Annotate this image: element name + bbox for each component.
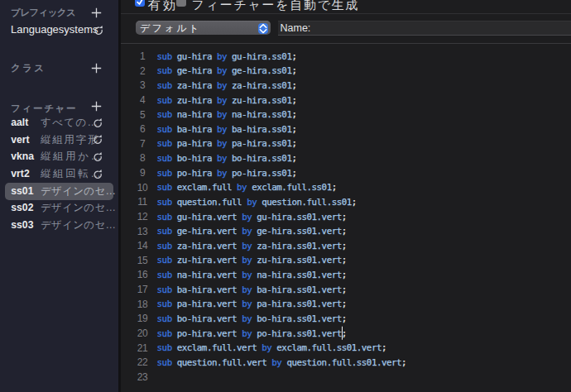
code-text: sub gu-hira by gu-hira.ss01;	[157, 50, 297, 61]
code-keyword: sub	[157, 182, 172, 193]
feature-list-item-vert[interactable]: vert 縦組用字形	[0, 131, 118, 148]
code-line[interactable]: 21 sub exclam.full.vert by exclam.full.s…	[121, 340, 571, 355]
code-identifier: question.full.vert	[172, 356, 272, 367]
refresh-languagesystems-icon[interactable]	[93, 25, 104, 36]
code-line[interactable]: 13 sub ge-hira.vert by ge-hira.ss01.vert…	[121, 223, 571, 238]
code-identifier: bo-hira.vert	[172, 313, 242, 323]
refresh-feature-icon[interactable]	[92, 134, 103, 146]
code-keyword: sub	[157, 240, 172, 251]
code-line[interactable]: 6 sub ba-hira by ba-hira.ss01;	[121, 122, 571, 136]
code-keyword: by	[242, 255, 252, 265]
code-identifier: po-hira	[172, 167, 217, 178]
code-identifier: ge-hira.ss01.vert	[252, 226, 342, 237]
code-semicolon: ;	[291, 50, 296, 61]
code-line[interactable]: 10 sub exclam.full by exclam.full.ss01;	[121, 180, 571, 195]
code-line[interactable]: 1 sub gu-hira by gu-hira.ss01;	[121, 49, 571, 64]
add-class-button[interactable]	[91, 63, 102, 74]
code-line[interactable]: 12 sub gu-hira.vert by gu-hira.ss01.vert…	[121, 209, 571, 224]
feature-list-item-ss02[interactable]: ss02 デザインのセ…	[0, 199, 118, 217]
code-identifier: po-hira.ss01	[227, 167, 291, 178]
sidebar-item-languagesystems[interactable]: Languagesystems	[11, 24, 98, 35]
refresh-feature-icon[interactable]	[92, 151, 103, 163]
feature-tag: ss02	[11, 202, 33, 213]
auto-generate-checkbox[interactable]	[176, 0, 186, 7]
code-line[interactable]: 7 sub pa-hira by pa-hira.ss01;	[121, 136, 571, 151]
code-line[interactable]: 8 sub bo-hira by bo-hira.ss01;	[121, 151, 571, 165]
code-text: sub na-hira.vert by na-hira.ss01.vert;	[157, 270, 347, 280]
feature-section-label: フィーチャー	[11, 104, 77, 113]
feature-tag: ss01	[11, 185, 33, 197]
code-line[interactable]: 20 sub po-hira.vert by po-hira.ss01.vert…	[121, 326, 571, 341]
code-semicolon: ;	[401, 356, 406, 367]
code-identifier: zu-hira.ss01	[227, 94, 291, 105]
code-line[interactable]: 3 sub za-hira by za-hira.ss01;	[121, 78, 571, 93]
code-line[interactable]: 4 sub zu-hira by zu-hira.ss01;	[121, 93, 571, 108]
code-line[interactable]: 15 sub zu-hira.vert by zu-hira.ss01.vert…	[121, 253, 571, 268]
main-panel: 有効 フィーチャーを自動で生成 デフォルト Name: 1 sub gu-hir…	[121, 0, 571, 392]
add-feature-button[interactable]	[91, 101, 102, 112]
code-keyword: sub	[157, 94, 172, 105]
feature-list-item-ss01[interactable]: ss01 デザインのセ…	[0, 182, 118, 199]
dropdown-stepper	[258, 23, 268, 34]
code-semicolon: ;	[342, 327, 347, 338]
code-keyword: sub	[157, 79, 172, 90]
enabled-checkbox-label[interactable]: 有効	[148, 0, 179, 13]
code-semicolon: ;	[291, 167, 296, 178]
feature-list-item-vkna[interactable]: vkna 縦組用か…	[0, 148, 118, 165]
code-line[interactable]: 16 sub na-hira.vert by na-hira.ss01.vert…	[121, 267, 571, 282]
code-semicolon: ;	[342, 270, 347, 280]
code-identifier: ge-hira.ss01	[227, 65, 291, 76]
feature-list-item-vrt2[interactable]: vrt2 縦組回転…	[0, 165, 118, 183]
code-identifier: exclam.full.ss01.vert	[271, 342, 381, 353]
code-semicolon: ;	[342, 284, 347, 294]
code-line[interactable]: 2 sub ge-hira by ge-hira.ss01;	[121, 64, 571, 79]
code-identifier: bo-hira.ss01.vert	[252, 313, 342, 323]
refresh-feature-icon[interactable]	[92, 117, 103, 129]
line-number: 23	[121, 371, 164, 383]
code-line[interactable]: 22 sub question.full.vert by question.fu…	[121, 355, 571, 370]
name-field[interactable]: Name:	[278, 21, 571, 36]
feature-list-item-ss03[interactable]: ss03 デザインのセ…	[0, 217, 118, 234]
code-identifier: na-hira.vert	[172, 270, 242, 280]
code-text: sub po-hira by po-hira.ss01;	[157, 167, 297, 178]
code-identifier: po-hira.vert	[172, 327, 242, 338]
code-identifier: za-hira.ss01	[227, 79, 291, 90]
code-text: sub gu-hira.vert by gu-hira.ss01.vert;	[157, 211, 347, 222]
code-keyword: by	[242, 270, 252, 280]
code-line[interactable]: 9 sub po-hira by po-hira.ss01;	[121, 165, 571, 180]
feature-list-item-aalt[interactable]: aalt すべての…	[0, 114, 118, 131]
code-semicolon: ;	[291, 123, 296, 134]
add-prefix-button[interactable]	[91, 7, 102, 18]
code-text: sub ba-hira.vert by ba-hira.ss01.vert;	[157, 284, 347, 294]
code-identifier: exclam.full.ss01	[247, 182, 332, 193]
code-keyword: sub	[157, 50, 172, 61]
code-identifier: na-hira.ss01.vert	[252, 270, 342, 280]
code-identifier: po-hira.ss01.vert	[252, 327, 342, 338]
code-text: sub pa-hira.vert by pa-hira.ss01.vert;	[157, 299, 347, 309]
feature-code-editor[interactable]: 1 sub gu-hira by gu-hira.ss01; 2 sub ge-…	[121, 44, 571, 392]
code-keyword: sub	[157, 138, 172, 149]
code-line[interactable]: 17 sub ba-hira.vert by ba-hira.ss01.vert…	[121, 282, 571, 297]
enabled-checkbox[interactable]	[135, 0, 145, 7]
code-keyword: sub	[157, 327, 172, 338]
code-keyword: sub	[157, 109, 172, 120]
refresh-feature-icon[interactable]	[92, 169, 103, 180]
code-keyword: by	[217, 65, 227, 76]
variant-dropdown[interactable]: デフォルト	[136, 21, 271, 35]
code-line[interactable]: 23	[121, 370, 571, 385]
code-line[interactable]: 11 sub question.full by question.full.ss…	[121, 194, 571, 209]
code-semicolon: ;	[342, 313, 347, 323]
code-line[interactable]: 18 sub pa-hira.vert by pa-hira.ss01.vert…	[121, 297, 571, 312]
code-identifier: na-hira.ss01	[227, 109, 291, 120]
code-text: sub exclam.full.vert by exclam.full.ss01…	[157, 342, 386, 353]
code-semicolon: ;	[342, 299, 347, 309]
auto-generate-checkbox-label[interactable]: フィーチャーを自動で生成	[192, 0, 360, 13]
feature-description: すべての…	[41, 116, 98, 130]
code-line[interactable]: 14 sub za-hira.vert by za-hira.ss01.vert…	[121, 238, 571, 253]
code-text: sub question.full.vert by question.full.…	[157, 356, 407, 367]
code-keyword: sub	[157, 255, 172, 265]
code-identifier: pa-hira.ss01.vert	[252, 299, 342, 309]
code-keyword: sub	[157, 299, 172, 309]
code-line[interactable]: 5 sub na-hira by na-hira.ss01;	[121, 107, 571, 122]
code-line[interactable]: 19 sub bo-hira.vert by bo-hira.ss01.vert…	[121, 311, 571, 326]
